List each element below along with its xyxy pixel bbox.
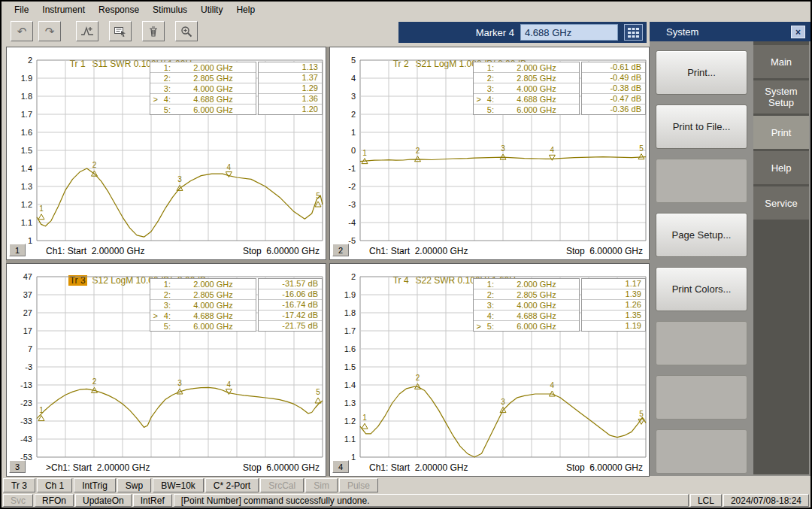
keypad-button[interactable] xyxy=(624,24,643,41)
y-axis-label: 5 xyxy=(330,55,356,65)
marker-readout-table: 1:2.000 GHz2:2.805 GHz3:4.000 GHz>4:4.68… xyxy=(473,62,646,115)
marker-frequency: 2.805 GHz xyxy=(494,290,579,299)
close-icon[interactable]: × xyxy=(791,26,805,38)
plot-window-2[interactable]: Tr 2S21 LogM 1.000dB/ 0.00dB 543210-1-2-… xyxy=(329,47,650,260)
marker-number: 4: xyxy=(481,95,494,104)
y-axis-label: 1.2 xyxy=(330,416,356,426)
menu-item-instrument[interactable]: Instrument xyxy=(35,3,92,17)
svg-text:1: 1 xyxy=(39,406,44,414)
svg-text:1: 1 xyxy=(362,414,367,422)
marker-frequency: 4.000 GHz xyxy=(494,301,579,310)
tab-print[interactable]: Print xyxy=(753,116,809,149)
marker-number: 1: xyxy=(481,280,494,289)
marker-number: 5: xyxy=(158,322,171,331)
y-axis-label: 2 xyxy=(7,55,32,65)
marker-number: 2: xyxy=(481,290,494,299)
marker-number: 5: xyxy=(481,105,494,114)
marker-row: 3:4.000 GHz xyxy=(150,83,256,94)
marker-value: -0.49 dB xyxy=(582,73,645,83)
y-axis-label: 1.1 xyxy=(7,217,32,228)
sweep-stop-label: Stop 6.00000 GHz xyxy=(243,462,320,473)
marker-number: 2: xyxy=(158,290,171,299)
empty-slot-4 xyxy=(656,429,747,474)
marker-row: 3:4.000 GHz xyxy=(474,83,579,94)
marker-value: -0.47 dB xyxy=(582,94,645,105)
zoom-in-icon xyxy=(180,26,192,38)
menu-item-response[interactable]: Response xyxy=(92,3,146,17)
status-ch-1[interactable]: Ch 1 xyxy=(37,478,72,492)
marker-frequency: 6.000 GHz xyxy=(494,322,579,331)
status-tr-3[interactable]: Tr 3 xyxy=(3,478,35,492)
svg-text:3: 3 xyxy=(177,175,182,183)
active-marker-indicator: > xyxy=(150,311,158,320)
marker-value: -17.42 dB xyxy=(259,311,322,321)
svg-text:4: 4 xyxy=(227,163,232,171)
svg-text:3: 3 xyxy=(501,144,505,153)
tab-service[interactable]: Service xyxy=(753,186,809,220)
panel-button-column: Print...Print to File...Page Setup...Pri… xyxy=(656,50,747,474)
status-swp[interactable]: Swp xyxy=(117,478,151,492)
y-axis-label: 1.6 xyxy=(330,344,356,354)
sweep-start-label: Ch1: Start 2.00000 GHz xyxy=(369,246,468,256)
plot-window-4[interactable]: Tr 4S22 SWR 0.100U/ 1.00U 21.91.81.71.61… xyxy=(329,263,650,477)
y-axis-label: 1.8 xyxy=(7,91,32,101)
system-panel-title: System xyxy=(666,26,698,38)
dialog-pointer-button[interactable] xyxy=(109,21,132,41)
delete-button[interactable] xyxy=(142,21,165,41)
marker-value: 1.26 xyxy=(582,300,645,311)
y-axis-label: 1.5 xyxy=(330,362,356,372)
marker-row: 3:4.000 GHz xyxy=(474,300,579,311)
menu-item-file[interactable]: File xyxy=(8,3,35,17)
marker-frequency-input[interactable] xyxy=(520,24,618,41)
active-marker-indicator: > xyxy=(474,322,481,331)
status-c-2-port[interactable]: C* 2-Port xyxy=(205,478,259,492)
status-bw-10k[interactable]: BW=10k xyxy=(153,478,204,492)
plot-window-1[interactable]: Tr 1S11 SWR 0.100U/ 1.00U 21.91.81.71.61… xyxy=(6,47,326,260)
status-srccal: SrcCal xyxy=(260,478,304,492)
marker-number: 4: xyxy=(158,95,171,104)
marker-value: -0.36 dB xyxy=(582,105,645,114)
tab-main[interactable]: Main xyxy=(753,45,809,78)
y-axis-label: -3 xyxy=(7,362,32,372)
status-inttrig[interactable]: IntTrig xyxy=(74,478,116,492)
window-number-badge[interactable]: 3 xyxy=(9,460,26,473)
marker-value: 1.13 xyxy=(259,62,322,73)
redo-button[interactable]: ↷ xyxy=(38,21,61,41)
zoom-button[interactable] xyxy=(175,21,198,41)
svg-text:3: 3 xyxy=(177,379,182,387)
page-setup-button[interactable]: Page Setup... xyxy=(656,213,747,257)
y-axis-label: -4 xyxy=(330,217,356,228)
marker-number: 2: xyxy=(158,74,171,83)
marker-value: -21.75 dB xyxy=(259,321,322,331)
marker-row: 4:4.688 GHz xyxy=(474,311,579,321)
marker-frequency: 4.688 GHz xyxy=(494,311,579,320)
marker-toolbar: Marker 4 xyxy=(398,22,647,43)
panel-tab-strip: MainSystem SetupPrintHelpService xyxy=(753,41,809,474)
window-number-badge[interactable]: 1 xyxy=(9,244,26,256)
marker-value: -16.74 dB xyxy=(259,300,322,311)
marker-number: 3: xyxy=(481,84,494,93)
y-axis-label: -1 xyxy=(330,163,356,174)
menu-item-help[interactable]: Help xyxy=(229,3,262,17)
plot-window-3[interactable]: Tr 3S12 LogM 10.00dB/ -3.00dB 473727177-… xyxy=(6,263,326,477)
marker-frequency: 4.688 GHz xyxy=(494,95,579,104)
window-number-badge[interactable]: 2 xyxy=(332,244,349,256)
print-button[interactable]: Print... xyxy=(656,50,747,95)
lcl-indicator: LCL xyxy=(690,494,722,507)
tab-help[interactable]: Help xyxy=(753,151,809,184)
tab-system-setup[interactable]: System Setup xyxy=(753,80,809,114)
peak-marker-button[interactable] xyxy=(76,21,98,41)
menu-item-stimulus[interactable]: Stimulus xyxy=(146,3,194,17)
menu-item-utility[interactable]: Utility xyxy=(194,3,229,17)
print-colors-button[interactable]: Print Colors... xyxy=(656,267,747,311)
window-number-badge[interactable]: 4 xyxy=(332,460,349,473)
undo-button[interactable]: ↶ xyxy=(11,21,33,41)
svg-text:5: 5 xyxy=(639,410,644,418)
system-panel: System × MainSystem SetupPrintHelpServic… xyxy=(650,22,810,476)
print-to-file-button[interactable]: Print to File... xyxy=(656,105,747,149)
y-axis-label: 1.4 xyxy=(330,380,356,390)
vna-application-window: FileInstrumentResponseStimulusUtilityHel… xyxy=(0,0,812,509)
marker-row: 2:2.805 GHz xyxy=(150,289,256,300)
plot-grid: 12345 1:2.000 GHz2:2.805 GHz3:4.000 GHz>… xyxy=(37,60,323,241)
svg-text:2: 2 xyxy=(92,377,97,386)
